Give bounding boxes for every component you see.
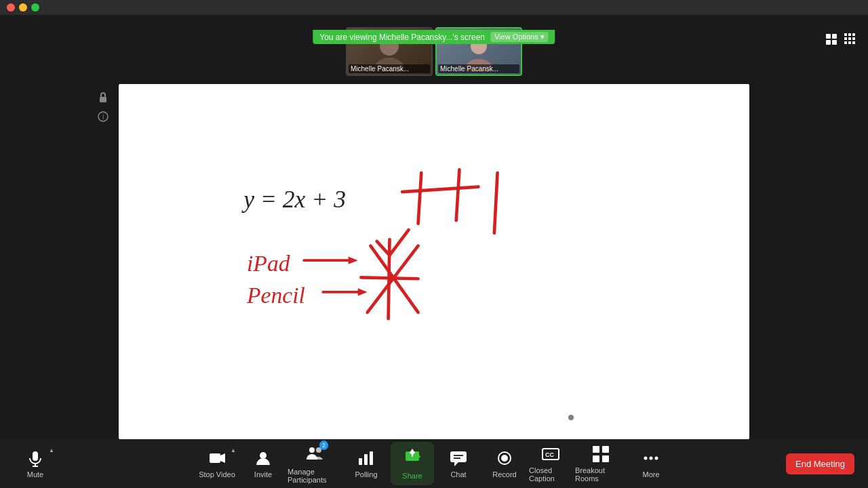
closed-caption-button[interactable]: CC Closed Caption xyxy=(529,442,572,485)
view-options-button[interactable]: View Options ▾ xyxy=(490,32,549,42)
close-button[interactable] xyxy=(7,3,15,12)
svg-marker-29 xyxy=(349,257,358,264)
stop-video-button[interactable]: Stop Video ▲ xyxy=(195,442,239,485)
window-controls xyxy=(7,3,39,12)
screen-share-banner: You are viewing Michelle Pacansky...'s s… xyxy=(313,30,555,44)
svg-line-23 xyxy=(418,173,422,224)
share-caret[interactable]: ▲ xyxy=(416,453,422,459)
svg-marker-41 xyxy=(220,453,225,463)
cursor xyxy=(568,415,574,420)
view-mode-icon[interactable] xyxy=(825,33,838,46)
svg-line-36 xyxy=(361,277,418,279)
svg-point-43 xyxy=(309,447,315,453)
stop-video-caret[interactable]: ▲ xyxy=(231,447,236,453)
svg-text:y = 2x + 3: y = 2x + 3 xyxy=(241,186,346,213)
svg-marker-32 xyxy=(358,288,368,296)
svg-rect-16 xyxy=(844,41,847,44)
svg-rect-18 xyxy=(852,41,855,44)
invite-button[interactable]: Invite xyxy=(241,442,285,485)
svg-line-26 xyxy=(494,173,498,233)
end-meeting-button[interactable]: End Meeting xyxy=(786,453,854,474)
svg-rect-6 xyxy=(826,34,831,39)
title-bar xyxy=(0,0,868,15)
grid-view-icon[interactable] xyxy=(844,33,857,46)
svg-rect-12 xyxy=(852,33,855,36)
side-icons: i xyxy=(95,89,111,125)
toolbar: Mute ▲ Stop Video ▲ Invite xyxy=(0,439,868,488)
mute-caret[interactable]: ▲ xyxy=(49,447,54,453)
svg-rect-46 xyxy=(364,454,368,465)
lock-icon[interactable] xyxy=(95,89,111,106)
svg-text:CC: CC xyxy=(545,451,554,458)
svg-point-63 xyxy=(644,457,648,460)
info-icon[interactable]: i xyxy=(95,108,111,125)
svg-rect-37 xyxy=(33,451,38,461)
svg-line-25 xyxy=(402,187,478,192)
svg-rect-7 xyxy=(832,34,837,39)
svg-rect-51 xyxy=(450,451,467,462)
svg-rect-60 xyxy=(602,446,609,453)
share-button[interactable]: ▲ Share xyxy=(391,442,434,485)
breakout-rooms-button[interactable]: Breakout Rooms xyxy=(575,442,627,485)
svg-rect-47 xyxy=(370,451,373,465)
svg-marker-52 xyxy=(454,462,458,466)
polling-label: Polling xyxy=(355,470,377,479)
svg-rect-40 xyxy=(210,453,220,463)
closed-caption-label: Closed Caption xyxy=(529,466,572,483)
participant-2-label: Michelle Pacansk... xyxy=(438,64,519,73)
svg-rect-19 xyxy=(100,97,106,102)
share-label: Share xyxy=(402,472,422,480)
banner-text: You are viewing Michelle Pacansky...'s s… xyxy=(319,33,485,42)
participant-1-label: Michelle Pacansk... xyxy=(349,64,430,73)
svg-line-24 xyxy=(456,169,460,220)
more-button[interactable]: More xyxy=(629,442,673,485)
top-right-icons xyxy=(825,33,857,46)
svg-rect-9 xyxy=(832,40,837,45)
svg-rect-8 xyxy=(826,40,831,45)
polling-button[interactable]: Polling xyxy=(344,442,388,485)
svg-rect-15 xyxy=(852,37,855,40)
svg-rect-14 xyxy=(848,37,851,40)
chat-label: Chat xyxy=(450,470,466,479)
record-button[interactable]: Record xyxy=(483,442,526,485)
svg-point-64 xyxy=(650,457,653,460)
svg-rect-11 xyxy=(848,33,851,36)
breakout-rooms-label: Breakout Rooms xyxy=(575,466,627,483)
svg-rect-61 xyxy=(593,455,599,462)
chat-button[interactable]: Chat xyxy=(437,442,480,485)
svg-rect-17 xyxy=(848,41,851,44)
participants-badge: 2 xyxy=(319,441,328,450)
main-area: You are viewing Michelle Pacansky...'s s… xyxy=(0,15,868,488)
svg-rect-62 xyxy=(602,455,609,462)
svg-point-42 xyxy=(260,452,267,459)
svg-text:iPad: iPad xyxy=(247,251,290,276)
svg-text:i: i xyxy=(102,113,104,121)
mute-button[interactable]: Mute ▲ xyxy=(14,442,57,485)
invite-label: Invite xyxy=(254,470,272,479)
manage-participants-button[interactable]: 2 Manage Participants xyxy=(288,442,342,485)
maximize-button[interactable] xyxy=(31,3,39,12)
svg-point-65 xyxy=(655,457,658,460)
manage-participants-label: Manage Participants xyxy=(288,468,342,484)
svg-rect-59 xyxy=(593,446,599,453)
svg-text:Pencil: Pencil xyxy=(246,283,305,308)
toolbar-center: Stop Video ▲ Invite xyxy=(195,442,673,485)
svg-rect-45 xyxy=(359,458,362,465)
whiteboard: y = 2x + 3 iPad Pencil xyxy=(119,84,749,439)
minimize-button[interactable] xyxy=(19,3,27,12)
mute-label: Mute xyxy=(27,470,43,479)
svg-rect-13 xyxy=(844,37,847,40)
svg-point-56 xyxy=(501,455,508,462)
more-label: More xyxy=(642,470,659,479)
record-label: Record xyxy=(492,470,516,479)
stop-video-label: Stop Video xyxy=(199,470,235,479)
svg-rect-10 xyxy=(844,33,847,36)
